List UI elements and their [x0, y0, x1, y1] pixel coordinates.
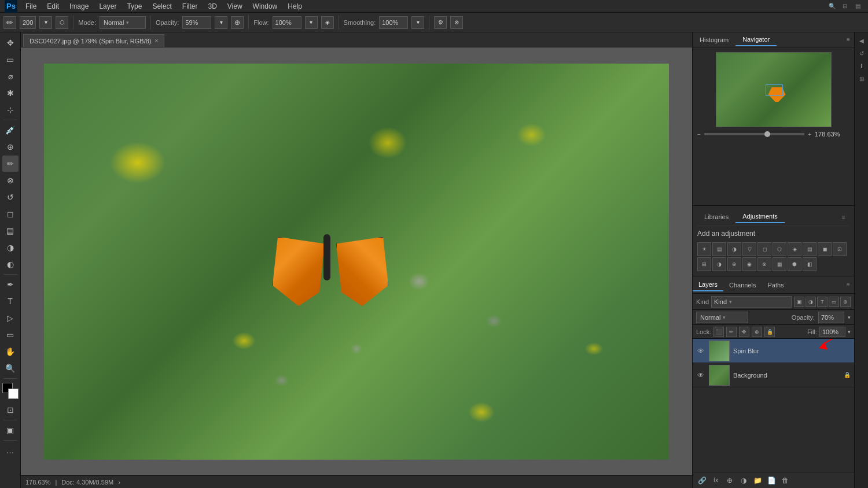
exposure-btn[interactable]: ▽ — [742, 242, 756, 256]
tab-close-btn[interactable]: × — [155, 38, 159, 44]
opacity-input-layers[interactable]: 70% — [818, 312, 844, 323]
blur-tool[interactable]: ◑ — [2, 239, 19, 256]
search-button[interactable]: 🔍 — [826, 1, 838, 12]
zoom-slider[interactable] — [704, 133, 804, 135]
menu-window[interactable]: Window — [248, 1, 282, 12]
levels-btn[interactable]: ▤ — [712, 242, 726, 256]
tab-navigator[interactable]: Navigator — [735, 34, 777, 46]
fg-bg-colors[interactable] — [2, 383, 19, 399]
filter-dropdown[interactable]: Kind ▾ — [711, 296, 792, 308]
new-layer-btn[interactable]: 📄 — [766, 475, 777, 486]
layers-panel-menu[interactable]: ≡ — [843, 279, 854, 291]
status-arrow[interactable]: › — [118, 479, 120, 486]
mode-dropdown[interactable]: Normal ▾ — [100, 16, 146, 29]
path-select-tool[interactable]: ▷ — [2, 310, 19, 326]
filter-pixel-btn[interactable]: ▣ — [794, 297, 804, 307]
delete-layer-btn[interactable]: 🗑 — [779, 475, 791, 486]
move-tool[interactable]: ✥ — [2, 35, 19, 51]
adjustment-layer-btn[interactable]: ◑ — [738, 475, 749, 486]
menu-filter[interactable]: Filter — [178, 1, 203, 12]
selective-color-btn[interactable]: ▦ — [773, 257, 786, 271]
tab-histogram[interactable]: Histogram — [693, 34, 735, 46]
brush-settings-btn[interactable]: ⬡ — [56, 16, 68, 29]
panel-stack-btn[interactable]: ⊞ — [856, 73, 867, 84]
document-tab[interactable]: DSC04027.jpg @ 179% (Spin Blur, RGB/8) × — [23, 34, 164, 47]
photo-filter-btn[interactable]: ◼ — [818, 242, 832, 256]
curves-btn[interactable]: ◑ — [727, 242, 741, 256]
eyedropper-tool[interactable]: 💉 — [2, 122, 19, 138]
menu-type[interactable]: Type — [122, 1, 146, 12]
healing-brush-tool[interactable]: ⊕ — [2, 139, 19, 155]
adj-panel-menu[interactable]: ≡ — [838, 211, 849, 223]
tab-paths[interactable]: Paths — [762, 279, 790, 291]
crop-tool[interactable]: ⊹ — [2, 102, 19, 118]
flow-input[interactable]: 100% — [273, 16, 301, 29]
fill-arrow[interactable]: ▾ — [848, 329, 851, 335]
clone-stamp-tool[interactable]: ⊗ — [2, 172, 19, 188]
filter-type-btn[interactable]: T — [817, 297, 827, 307]
lock-all-btn[interactable]: 🔒 — [764, 327, 775, 337]
panel-menu-btn[interactable]: ≡ — [843, 34, 854, 46]
settings-btn[interactable]: ⚙ — [434, 16, 447, 29]
opacity-up-arrow[interactable]: ▾ — [848, 315, 851, 320]
link-layers-btn[interactable]: 🔗 — [696, 475, 708, 486]
brush-tool-btn[interactable]: ✏ — [3, 16, 16, 29]
lock-pixels-btn[interactable]: ✏ — [726, 327, 737, 337]
layer-item-spin-blur[interactable]: 👁 Spin Blur — [693, 339, 854, 363]
smoothing-dropdown[interactable]: ▾ — [411, 16, 424, 29]
layer-eye-spin-blur[interactable]: 👁 — [696, 346, 705, 356]
row2-btn1[interactable]: ⬢ — [788, 257, 801, 271]
filter-shape-btn[interactable]: ▭ — [829, 297, 839, 307]
hand-tool[interactable]: ✋ — [2, 343, 19, 360]
lock-artboard-btn[interactable]: ⊕ — [752, 327, 762, 337]
quick-select-tool[interactable]: ✱ — [2, 85, 19, 101]
filter-smart-btn[interactable]: ⊕ — [840, 297, 851, 307]
history-btn[interactable]: ↺ — [856, 47, 867, 59]
fx-btn[interactable]: fx — [710, 475, 722, 486]
menu-file[interactable]: File — [21, 1, 41, 12]
bw-btn[interactable]: ▤ — [803, 242, 816, 256]
channel-mixer-btn[interactable]: ⊡ — [833, 242, 847, 256]
history-brush-tool[interactable]: ↺ — [2, 189, 19, 205]
menu-layer[interactable]: Layer — [94, 1, 121, 12]
menu-image[interactable]: Image — [65, 1, 93, 12]
airbrush-btn[interactable]: ⊕ — [231, 16, 244, 29]
tab-channels[interactable]: Channels — [723, 279, 762, 291]
tab-libraries[interactable]: Libraries — [697, 211, 735, 223]
brush-size-box[interactable]: 200 — [20, 16, 36, 29]
menu-view[interactable]: View — [223, 1, 247, 12]
color-balance-btn[interactable]: ◈ — [788, 242, 801, 256]
flow-tablet-btn[interactable]: ◈ — [321, 16, 334, 29]
info-btn[interactable]: ℹ — [856, 60, 867, 72]
workspace-menu-button[interactable]: ▤ — [852, 1, 863, 12]
canvas-wrapper[interactable] — [21, 47, 692, 475]
gradient-map-btn[interactable]: ⊗ — [757, 257, 771, 271]
row2-btn2[interactable]: ◧ — [803, 257, 816, 271]
flow-dropdown[interactable]: ▾ — [305, 16, 318, 29]
smoothing-input[interactable]: 100% — [379, 16, 408, 29]
invert-btn[interactable]: ◑ — [712, 257, 726, 271]
brush-size-dropdown[interactable]: ▾ — [39, 16, 52, 29]
menu-select[interactable]: Select — [148, 1, 176, 12]
background-color[interactable] — [8, 389, 19, 399]
dodge-tool[interactable]: ◐ — [2, 256, 19, 272]
menu-3d[interactable]: 3D — [203, 1, 221, 12]
brush-tool[interactable]: ✏ — [2, 156, 19, 172]
menu-help[interactable]: Help — [283, 1, 307, 12]
color-lookup-btn[interactable]: ⊞ — [697, 257, 711, 271]
tab-adjustments[interactable]: Adjustments — [735, 210, 785, 223]
pen-tool[interactable]: ✒ — [2, 276, 19, 293]
collapse-panel-btn[interactable]: ◀ — [856, 35, 867, 46]
tab-layers[interactable]: Layers — [693, 279, 723, 291]
threshold-btn[interactable]: ◉ — [742, 257, 756, 271]
brightness-contrast-btn[interactable]: ☀ — [697, 242, 711, 256]
zoom-tool[interactable]: 🔍 — [2, 360, 19, 376]
layer-eye-background[interactable]: 👁 — [696, 371, 705, 380]
fill-input[interactable]: 100% — [819, 327, 845, 337]
layer-item-background[interactable]: 👁 Background 🔒 — [693, 363, 854, 387]
posterize-btn[interactable]: ⊕ — [727, 257, 741, 271]
workspace-button[interactable]: ⊟ — [839, 1, 851, 12]
shape-tool[interactable]: ▭ — [2, 327, 19, 343]
screen-mode-btn[interactable]: ▣ — [2, 422, 19, 438]
zoom-out-btn[interactable]: − — [697, 131, 701, 138]
